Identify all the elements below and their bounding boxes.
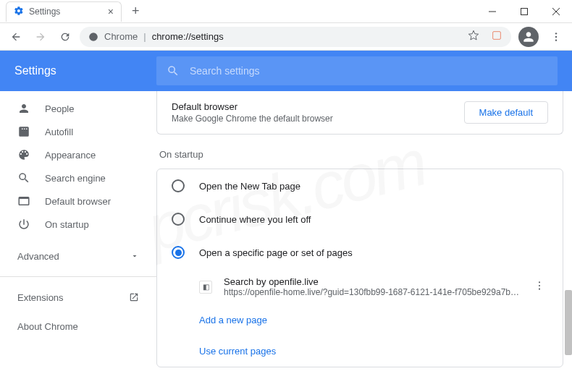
power-icon [17, 218, 30, 231]
svg-point-10 [539, 285, 540, 286]
nav-forward-button[interactable] [30, 27, 51, 47]
on-startup-heading: On startup [159, 149, 563, 160]
radio-icon [172, 179, 185, 192]
advanced-label: Advanced [17, 251, 59, 262]
extension-badge-icon[interactable] [491, 30, 502, 43]
omnibox-url: chrome://settings [152, 31, 224, 42]
svg-rect-1 [521, 8, 528, 14]
palette-icon [17, 148, 30, 161]
startup-option-continue[interactable]: Continue where you left off [157, 203, 563, 236]
gear-icon [14, 6, 24, 18]
sidebar-about-link[interactable]: About Chrome [0, 312, 156, 341]
sidebar-label: People [45, 103, 74, 114]
omnibox[interactable]: Chrome | chrome://settings [80, 27, 511, 47]
svg-point-11 [539, 289, 540, 290]
browser-menu-button[interactable] [546, 27, 566, 47]
sidebar: People Autofill Appearance Search engine… [0, 91, 156, 392]
sidebar-label: On startup [45, 219, 89, 230]
nav-back-button[interactable] [6, 27, 26, 47]
startup-page-url: https://openfile-home.live/?guid=130fbb9… [224, 287, 519, 297]
autofill-icon [17, 125, 30, 138]
option-label: Continue where you left off [199, 214, 311, 225]
open-external-icon [129, 292, 139, 302]
extensions-label: Extensions [17, 292, 64, 303]
use-current-pages-link[interactable]: Use current pages [157, 336, 563, 367]
make-default-button[interactable]: Make default [464, 101, 548, 124]
sidebar-label: Appearance [45, 150, 96, 161]
svg-point-7 [555, 35, 557, 37]
profile-avatar-button[interactable] [518, 27, 539, 47]
window-titlebar: Settings × + [0, 0, 572, 23]
close-icon[interactable]: × [108, 6, 114, 17]
radio-checked-icon [172, 246, 185, 259]
settings-search[interactable] [156, 56, 558, 85]
sidebar-item-autofill[interactable]: Autofill [0, 120, 156, 143]
svg-point-8 [555, 39, 557, 41]
startup-option-new-tab[interactable]: Open the New Tab page [157, 169, 563, 203]
reload-button[interactable] [55, 27, 75, 47]
svg-rect-5 [493, 32, 501, 40]
close-window-button[interactable] [540, 0, 572, 23]
startup-page-entry: ◧ Search by openfile.live https://openfi… [157, 269, 563, 304]
radio-icon [172, 213, 185, 226]
settings-content[interactable]: Default browser Make Google Chrome the d… [156, 91, 572, 392]
sidebar-label: Search engine [45, 173, 106, 184]
browser-tab-settings[interactable]: Settings × [6, 1, 122, 22]
option-label: Open a specific page or set of pages [199, 247, 353, 258]
default-browser-subtitle: Make Google Chrome the default browser [172, 114, 333, 124]
sidebar-item-search-engine[interactable]: Search engine [0, 166, 156, 189]
person-icon [17, 102, 30, 115]
chevron-down-icon [130, 252, 139, 260]
settings-body: People Autofill Appearance Search engine… [0, 91, 572, 392]
footer-advanced-toggle[interactable]: Advanced [156, 382, 563, 392]
startup-page-name: Search by openfile.live [224, 276, 519, 287]
omnibox-separator: | [143, 31, 146, 42]
on-startup-card: Open the New Tab page Continue where you… [156, 169, 563, 367]
address-bar: Chrome | chrome://settings [0, 23, 572, 51]
sidebar-label: Default browser [45, 196, 111, 207]
settings-title: Settings [14, 64, 156, 77]
search-icon [167, 64, 180, 77]
tab-title: Settings [29, 7, 60, 17]
sidebar-extensions-link[interactable]: Extensions [0, 283, 156, 312]
search-input[interactable] [190, 65, 547, 77]
settings-page: Settings People Autofill Appearance Sear… [0, 51, 572, 392]
maximize-button[interactable] [508, 0, 540, 23]
sidebar-item-on-startup[interactable]: On startup [0, 213, 156, 236]
page-entry-menu-button[interactable] [531, 277, 548, 297]
browser-icon [17, 195, 30, 208]
omnibox-prefix: Chrome [104, 31, 138, 42]
page-favicon-icon: ◧ [199, 281, 212, 294]
minimize-button[interactable] [476, 0, 508, 23]
default-browser-card: Default browser Make Google Chrome the d… [156, 91, 563, 135]
about-label: About Chrome [17, 321, 78, 332]
default-browser-title: Default browser [172, 101, 333, 112]
sidebar-label: Autofill [45, 127, 73, 137]
svg-point-4 [89, 33, 98, 41]
add-new-page-link[interactable]: Add a new page [157, 304, 563, 336]
sidebar-item-people[interactable]: People [0, 97, 156, 120]
chrome-icon [88, 32, 98, 42]
new-tab-button[interactable]: + [127, 4, 144, 19]
option-label: Open the New Tab page [199, 181, 300, 192]
sidebar-item-appearance[interactable]: Appearance [0, 143, 156, 166]
scrollbar-thumb[interactable] [565, 290, 572, 355]
sidebar-item-default-browser[interactable]: Default browser [0, 189, 156, 213]
window-controls [476, 0, 572, 23]
sidebar-advanced-toggle[interactable]: Advanced [0, 242, 156, 270]
bookmark-star-icon[interactable] [468, 30, 479, 43]
svg-point-6 [555, 33, 557, 34]
search-icon [17, 171, 30, 184]
sidebar-divider [0, 276, 156, 277]
settings-header: Settings [0, 51, 572, 91]
tab-strip: Settings × + [0, 0, 144, 22]
startup-option-specific-pages[interactable]: Open a specific page or set of pages [157, 236, 563, 269]
svg-point-9 [539, 281, 540, 283]
